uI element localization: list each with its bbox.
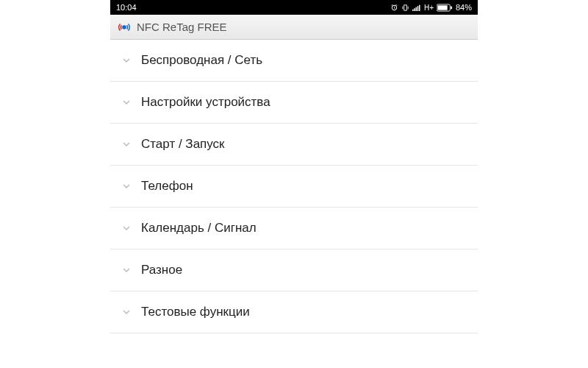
category-list: Беспроводная / Сеть Настройки устройства…	[110, 40, 478, 333]
signal-icon	[412, 4, 421, 12]
svg-rect-3	[417, 6, 419, 11]
status-bar-left: 10:04	[116, 3, 137, 12]
category-label: Старт / Запуск	[141, 137, 225, 152]
category-label: Телефон	[141, 179, 193, 194]
svg-point-8	[122, 25, 126, 29]
status-bar: 10:04 H+ 84%	[110, 0, 478, 15]
chevron-down-icon	[122, 56, 131, 65]
app-title: NFC ReTag FREE	[137, 21, 227, 33]
app-header: NFC ReTag FREE	[110, 15, 478, 40]
chevron-down-icon	[122, 182, 131, 191]
category-label: Тестовые функции	[141, 305, 250, 319]
status-bar-right: H+ 84%	[390, 3, 472, 12]
battery-icon	[437, 4, 453, 12]
alarm-icon	[390, 4, 398, 12]
category-start[interactable]: Старт / Запуск	[110, 124, 478, 166]
svg-rect-6	[437, 5, 447, 10]
category-wireless[interactable]: Беспроводная / Сеть	[110, 40, 478, 82]
svg-rect-4	[419, 4, 420, 10]
category-device-settings[interactable]: Настройки устройства	[110, 82, 478, 124]
svg-rect-2	[415, 7, 417, 10]
network-type: H+	[424, 4, 434, 12]
svg-rect-1	[414, 8, 415, 11]
category-calendar[interactable]: Календарь / Сигнал	[110, 208, 478, 250]
chevron-down-icon	[122, 308, 131, 316]
chevron-down-icon	[122, 266, 131, 275]
category-label: Беспроводная / Сеть	[141, 53, 262, 68]
category-phone[interactable]: Телефон	[110, 166, 478, 208]
phone-screen: 10:04 H+ 84%	[110, 0, 478, 368]
svg-rect-0	[412, 9, 414, 10]
status-time: 10:04	[116, 3, 137, 12]
category-misc[interactable]: Разное	[110, 250, 478, 291]
chevron-down-icon	[122, 140, 131, 149]
chevron-down-icon	[122, 98, 131, 107]
chevron-down-icon	[122, 224, 131, 233]
category-test[interactable]: Тестовые функции	[110, 291, 478, 333]
vibrate-icon	[401, 4, 409, 12]
category-label: Настройки устройства	[141, 95, 270, 110]
svg-rect-7	[451, 6, 452, 9]
category-label: Календарь / Сигнал	[141, 221, 257, 236]
category-label: Разное	[141, 263, 182, 277]
battery-percent: 84%	[456, 3, 472, 12]
app-icon	[116, 19, 132, 35]
